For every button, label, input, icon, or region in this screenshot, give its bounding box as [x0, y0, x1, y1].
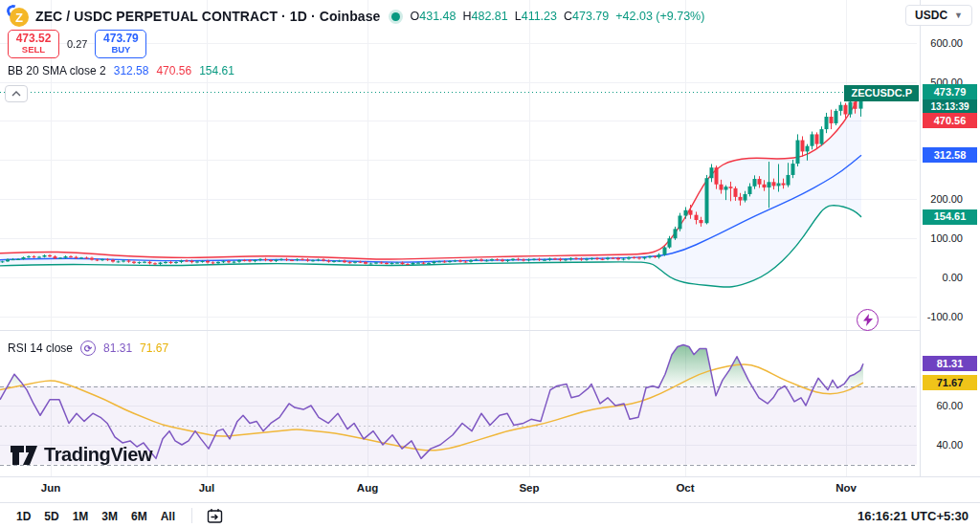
tradingview-wordmark: TradingView	[44, 444, 152, 466]
high-value: 482.81	[472, 10, 508, 23]
range-button-1d[interactable]: 1D	[10, 507, 37, 526]
currency-label: USDC	[915, 9, 947, 22]
clock-text[interactable]: 16:16:21 UTC+5:30	[858, 509, 970, 523]
bb-lower-value: 154.61	[199, 64, 234, 77]
bottom-toolbar: 1D5D1M3M6MAll 16:16:21 UTC+5:30	[0, 502, 980, 528]
range-button-3m[interactable]: 3M	[95, 507, 124, 526]
tradingview-icon	[10, 443, 38, 466]
pane-collapse-button[interactable]	[5, 85, 28, 102]
bb-upper-badge: 470.56	[923, 113, 977, 128]
chart-header: Z ZEC / USDC PERPETUAL CONTRACT · 1D · C…	[8, 6, 704, 27]
sell-label: SELL	[9, 45, 58, 55]
change-value: +42.03 (+9.73%)	[615, 10, 704, 23]
close-label: C	[564, 10, 572, 23]
market-open-dot-icon	[391, 12, 400, 21]
spread-value: 0.27	[67, 38, 87, 50]
chevron-up-icon	[11, 91, 21, 97]
price-axis-label: 200.00	[930, 193, 963, 205]
lightning-icon	[863, 314, 873, 326]
month-label-sep[interactable]: Sep	[519, 482, 539, 494]
close-value: 473.79	[572, 10, 609, 23]
month-label-aug[interactable]: Aug	[357, 482, 378, 494]
range-button-1m[interactable]: 1M	[66, 507, 96, 526]
currency-dropdown[interactable]: USDC ▼	[905, 5, 972, 26]
rsi-value-badge: 81.31	[923, 356, 977, 371]
goto-date-button[interactable]	[202, 505, 228, 527]
time-axis[interactable]: JunJulAugSepOctNov	[0, 476, 980, 502]
sell-button[interactable]: 473.52 SELL	[8, 30, 59, 58]
month-label-oct[interactable]: Oct	[676, 482, 694, 494]
bar-countdown-badge: 13:13:39	[923, 99, 977, 114]
price-axis-label: 100.00	[930, 232, 963, 244]
month-label-jul[interactable]: Jul	[199, 482, 215, 494]
low-value: 411.23	[522, 10, 557, 23]
buy-button[interactable]: 473.79 BUY	[95, 30, 146, 58]
month-label-jun[interactable]: Jun	[41, 482, 60, 494]
price-axis-label: -100.00	[927, 311, 963, 322]
range-button-all[interactable]: All	[154, 507, 182, 526]
open-value: 431.48	[419, 10, 456, 23]
price-axis[interactable]: 600.00500.00200.00100.000.00-100.0060.00…	[920, 0, 980, 502]
buy-label: BUY	[96, 45, 145, 55]
bb-lower-badge: 154.61	[923, 209, 977, 225]
rsi-ma-value: 71.67	[140, 341, 168, 355]
open-label: O	[411, 10, 420, 23]
rsi-ma-badge: 71.67	[923, 375, 977, 390]
tradingview-app: Z ZEC / USDC PERPETUAL CONTRACT · 1D · C…	[0, 0, 980, 528]
bb-upper-value: 470.56	[156, 64, 191, 77]
chevron-down-icon: ▼	[954, 11, 963, 20]
ohlc-readout: O431.48 H482.81 L411.23 C473.79 +42.03 (…	[411, 10, 705, 23]
rsi-refresh-icon[interactable]: ⟳	[80, 341, 96, 356]
month-label-nov[interactable]: Nov	[835, 482, 857, 494]
trade-panel: 473.52 SELL 0.27 473.79 BUY	[8, 30, 146, 58]
rsi-label: RSI 14 close	[8, 341, 73, 355]
zec-coin-icon: Z	[8, 6, 29, 27]
tradingview-logo[interactable]: TradingView	[10, 443, 152, 466]
price-axis-label: 0.00	[943, 272, 963, 283]
price-axis-label: 600.00	[930, 37, 963, 49]
high-label: H	[462, 10, 471, 23]
toolbar-divider	[191, 508, 192, 523]
bb-label: BB 20 SMA close 2	[8, 64, 106, 77]
boost-button[interactable]	[857, 309, 879, 331]
range-button-5d[interactable]: 5D	[37, 507, 65, 526]
rsi-axis-label: 60.00	[936, 400, 963, 411]
last-price-badge: 473.79	[923, 84, 977, 99]
rsi-indicator-row[interactable]: RSI 14 close ⟳ 81.31 71.67	[8, 341, 168, 356]
pane-separator[interactable]	[0, 330, 980, 331]
bb-basis-value: 312.58	[114, 64, 149, 77]
bb-basis-badge: 312.58	[923, 147, 977, 163]
low-label: L	[515, 10, 522, 23]
rsi-value: 81.31	[103, 341, 132, 355]
bb-indicator-row[interactable]: BB 20 SMA close 2 312.58 470.56 154.61	[8, 64, 234, 77]
calendar-icon	[206, 507, 224, 525]
symbol-title[interactable]: ZEC / USDC PERPETUAL CONTRACT · 1D · Coi…	[35, 9, 381, 24]
range-button-6m[interactable]: 6M	[124, 507, 154, 526]
symbol-flag[interactable]: ZECUSDC.P	[844, 85, 919, 101]
rsi-axis-label: 40.00	[936, 439, 963, 451]
